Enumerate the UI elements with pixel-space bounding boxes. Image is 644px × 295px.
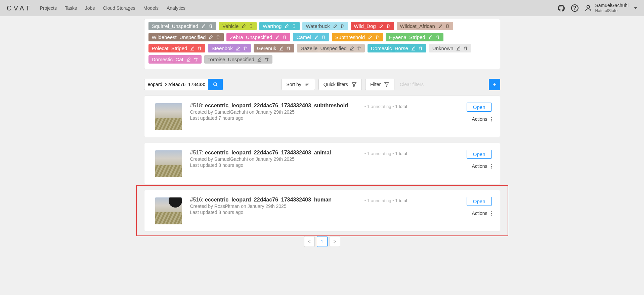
trash-icon[interactable] [194, 57, 198, 62]
search-button[interactable] [208, 79, 223, 90]
task-thumbnail[interactable] [155, 197, 182, 224]
stat-total: 1 total [395, 104, 407, 109]
trash-icon[interactable] [445, 24, 450, 29]
label-text: Unknown [432, 45, 454, 51]
label-chip: Hyaena_Striped [386, 33, 443, 41]
nav-projects[interactable]: Projects [40, 5, 57, 11]
task-thumbnail[interactable] [155, 150, 182, 177]
svg-marker-27 [352, 83, 356, 87]
search-icon [213, 82, 218, 87]
trash-icon[interactable] [463, 46, 468, 51]
label-chip: Vehicle [219, 22, 257, 30]
edit-icon[interactable] [428, 35, 433, 40]
task-name: eccentric_leopard_22d4ac76_1734332403_an… [205, 150, 331, 155]
trash-icon[interactable] [321, 35, 326, 40]
edit-icon[interactable] [186, 57, 191, 62]
trash-icon[interactable] [249, 24, 253, 29]
edit-icon[interactable] [279, 46, 284, 51]
edit-icon[interactable] [235, 46, 240, 51]
more-icon [491, 211, 492, 216]
label-text: Wildebeest_Unspecified [152, 34, 206, 40]
task-title[interactable]: #516: eccentric_leopard_22d4ac76_1734332… [190, 197, 356, 203]
filter-label: Filter [370, 82, 381, 87]
task-title[interactable]: #517: eccentric_leopard_22d4ac76_1734332… [190, 150, 356, 156]
open-button[interactable]: Open [467, 197, 492, 206]
trash-icon[interactable] [197, 46, 202, 51]
trash-icon[interactable] [418, 46, 423, 51]
edit-icon[interactable] [284, 24, 289, 29]
add-button[interactable] [489, 79, 500, 90]
trash-icon[interactable] [216, 35, 220, 40]
edit-icon[interactable] [368, 35, 372, 40]
task-name: eccentric_leopard_22d4ac76_1734332403_su… [205, 103, 348, 108]
labels-panel: Squirrel_UnspecifiedVehicleWarthogWaterb… [144, 19, 500, 69]
search-input[interactable] [144, 79, 208, 90]
edit-icon[interactable] [379, 24, 383, 29]
actions-menu[interactable]: Actions [472, 116, 492, 122]
label-chip: Domestic_Cat [148, 55, 202, 64]
nav-cloud-storages[interactable]: Cloud Storages [103, 5, 135, 11]
edit-icon[interactable] [241, 24, 246, 29]
actions-menu[interactable]: Actions [472, 163, 492, 169]
edit-icon[interactable] [314, 35, 318, 40]
task-list: #518: eccentric_leopard_22d4ac76_1734332… [144, 96, 500, 231]
controls-row: Sort by Quick filters Filter Clear filte… [144, 79, 500, 90]
trash-icon[interactable] [386, 24, 391, 29]
edit-icon[interactable] [411, 46, 416, 51]
nav-analytics[interactable]: Analytics [167, 5, 185, 11]
open-button[interactable]: Open [467, 103, 492, 112]
trash-icon[interactable] [282, 35, 287, 40]
github-icon[interactable] [557, 4, 565, 12]
edit-icon[interactable] [456, 46, 461, 51]
trash-icon[interactable] [286, 46, 291, 51]
task-updated: Last updated 8 hours ago [190, 210, 356, 215]
label-text: Subthreshold [335, 34, 365, 40]
page-next[interactable]: > [330, 236, 340, 247]
trash-icon[interactable] [264, 57, 269, 62]
help-icon[interactable] [571, 4, 579, 12]
filter-button[interactable]: Filter [365, 79, 394, 90]
trash-icon[interactable] [243, 46, 248, 51]
trash-icon[interactable] [292, 24, 296, 29]
task-thumbnail[interactable] [155, 103, 182, 130]
edit-icon[interactable] [275, 35, 280, 40]
page-prev[interactable]: < [304, 236, 315, 247]
label-text: Wild_Dog [354, 23, 376, 29]
quick-filters-label: Quick filters [324, 82, 348, 87]
label-chip: Camel [293, 33, 329, 41]
open-button[interactable]: Open [467, 150, 492, 159]
actions-label: Actions [472, 116, 487, 122]
sort-by-label: Sort by [287, 82, 301, 87]
task-id: #517: [190, 150, 205, 155]
sort-by-button[interactable]: Sort by [282, 79, 315, 90]
edit-icon[interactable] [349, 46, 354, 51]
page-1[interactable]: 1 [317, 236, 328, 247]
label-chip: Wildcat_African [397, 22, 453, 30]
edit-icon[interactable] [208, 35, 213, 40]
user-menu[interactable]: SamuelGachuhi NaturalState [584, 3, 637, 13]
clear-filters: Clear filters [400, 82, 424, 87]
trash-icon[interactable] [435, 35, 440, 40]
actions-menu[interactable]: Actions [472, 211, 492, 216]
edit-icon[interactable] [438, 24, 442, 29]
trash-icon[interactable] [208, 24, 213, 29]
quick-filters-button[interactable]: Quick filters [318, 79, 362, 90]
label-text: Wildcat_African [400, 23, 435, 29]
task-title[interactable]: #518: eccentric_leopard_22d4ac76_1734332… [190, 103, 356, 109]
more-icon [491, 117, 492, 121]
nav-models[interactable]: Models [143, 5, 159, 11]
logo[interactable]: CVAT [7, 4, 32, 12]
edit-icon[interactable] [190, 46, 195, 51]
task-card: #518: eccentric_leopard_22d4ac76_1734332… [144, 96, 500, 137]
nav-tasks[interactable]: Tasks [65, 5, 77, 11]
edit-icon[interactable] [257, 57, 262, 62]
edit-icon[interactable] [201, 24, 206, 29]
label-text: Warthog [263, 23, 282, 29]
trash-icon[interactable] [357, 46, 361, 51]
trash-icon[interactable] [340, 24, 345, 29]
trash-icon[interactable] [375, 35, 380, 40]
label-chip: Gazelle_Unspecified [297, 44, 365, 52]
nav-jobs[interactable]: Jobs [85, 5, 95, 11]
edit-icon[interactable] [333, 24, 337, 29]
user-icon [584, 4, 592, 12]
